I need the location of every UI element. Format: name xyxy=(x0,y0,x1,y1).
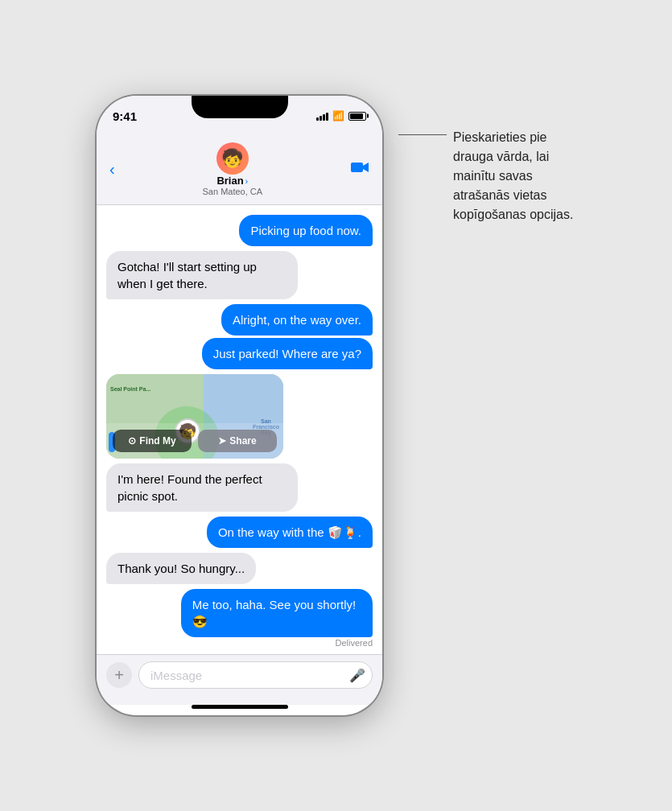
bubble-received-2: Gotcha! I'll start setting up when I get… xyxy=(106,251,298,299)
message-group-7: Thank you! So hungry... xyxy=(106,553,373,584)
message-group-8: Me too, haha. See you shortly! 😎 Deliver… xyxy=(106,589,373,648)
back-chevron-icon: ‹ xyxy=(109,160,115,179)
mic-icon[interactable]: 🎤 xyxy=(349,668,365,683)
svg-rect-0 xyxy=(351,163,363,172)
callout-text: Pieskarieties pie drauga vārda, lai main… xyxy=(453,128,575,224)
delivered-label: Delivered xyxy=(336,638,373,648)
status-icons: 📶 xyxy=(316,110,366,121)
nav-bar: ‹ 🧒 Brian › San Mateo, CA xyxy=(97,136,382,205)
message-input-container[interactable]: iMessage 🎤 xyxy=(138,661,373,689)
callout-annotation: Pieskarieties pie drauga vārda, lai main… xyxy=(398,96,575,224)
callout-dash xyxy=(398,134,447,135)
phone: 9:41 📶 ‹ 🧒 Br xyxy=(97,96,382,715)
status-bar: 9:41 📶 xyxy=(97,96,382,136)
notch xyxy=(192,96,288,118)
back-button[interactable]: ‹ xyxy=(109,160,115,179)
signal-bars xyxy=(316,111,328,121)
map-actions: ⊙ Find My ➤ Share xyxy=(106,423,283,459)
map-park-label: Seal Point Pa... xyxy=(110,386,150,392)
wifi-icon: 📶 xyxy=(332,110,344,121)
share-label: Share xyxy=(229,435,256,447)
bubble-received-7: Thank you! So hungry... xyxy=(106,553,256,584)
message-group-1: Picking up food now. xyxy=(106,215,373,246)
plus-icon: + xyxy=(114,666,124,685)
find-my-button[interactable]: ⊙ Find My xyxy=(113,430,192,452)
message-group-3: Alright, on the way over. Just parked! W… xyxy=(106,304,373,369)
callout-line: Pieskarieties pie drauga vārda, lai main… xyxy=(398,128,575,224)
avatar: 🧒 xyxy=(216,142,249,175)
contact-name-row: Brian › xyxy=(216,175,248,187)
bubble-sent-8: Me too, haha. See you shortly! 😎 xyxy=(181,589,373,637)
find-my-label: Find My xyxy=(139,435,175,447)
contact-name-chevron-icon: › xyxy=(245,176,249,186)
messages-area: Picking up food now. Gotcha! I'll start … xyxy=(97,205,382,654)
message-group-5: I'm here! Found the perfect picnic spot. xyxy=(106,463,373,512)
message-placeholder: iMessage xyxy=(150,669,202,682)
contact-info[interactable]: 🧒 Brian › San Mateo, CA xyxy=(203,142,263,196)
battery-icon xyxy=(348,112,366,121)
bubble-sent-1: Picking up food now. xyxy=(239,215,373,246)
bubble-sent-3: Alright, on the way over. xyxy=(221,304,373,336)
contact-name: Brian xyxy=(216,175,243,187)
share-icon: ➤ xyxy=(218,435,226,447)
bubble-sent-4: Just parked! Where are ya? xyxy=(202,338,373,369)
contact-location: San Mateo, CA xyxy=(203,187,263,196)
message-group-2: Gotcha! I'll start setting up when I get… xyxy=(106,251,373,299)
share-location-button[interactable]: ➤ Share xyxy=(198,430,277,452)
scene: 9:41 📶 ‹ 🧒 Br xyxy=(97,96,575,715)
bubble-received-5: I'm here! Found the perfect picnic spot. xyxy=(106,463,298,512)
message-group-6: On the way with the 🥡🍹. xyxy=(106,517,373,548)
find-my-icon: ⊙ xyxy=(128,435,136,447)
video-call-button[interactable] xyxy=(350,160,369,179)
add-attachment-button[interactable]: + xyxy=(106,662,132,688)
map-bubble[interactable]: INTON DR 🧒 Seal Point Pa... SanFrancisco… xyxy=(106,374,283,459)
input-bar: + iMessage 🎤 xyxy=(97,654,382,705)
bubble-sent-6: On the way with the 🥡🍹. xyxy=(207,517,373,548)
home-indicator xyxy=(192,705,288,709)
status-time: 9:41 xyxy=(113,109,137,123)
